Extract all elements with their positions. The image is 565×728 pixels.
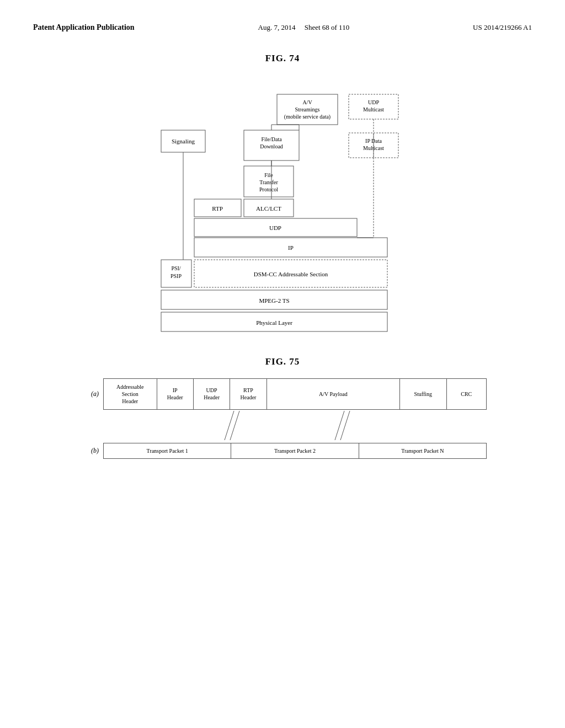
cell-udp-header: UDPHeader	[193, 378, 230, 409]
svg-text:(mobile service data): (mobile service data)	[284, 114, 331, 120]
cell-transport-packet-n: Transport Packet N	[359, 443, 486, 458]
svg-text:IP: IP	[288, 244, 294, 251]
cell-transport-packet-2: Transport Packet 2	[231, 443, 359, 458]
svg-line-46	[230, 411, 239, 440]
svg-text:Physical Layer: Physical Layer	[256, 319, 292, 326]
cell-addressable-section-header: AddressableSectionHeader	[104, 378, 157, 409]
header-center: Aug. 7, 2014 Sheet 68 of 110	[258, 22, 350, 34]
cell-transport-packet-1: Transport Packet 1	[104, 443, 231, 458]
row-a-table: AddressableSectionHeader IPHeader UDPHea…	[103, 378, 487, 410]
row-b-cells: Transport Packet 1 Transport Packet 2 Tr…	[104, 443, 487, 458]
header-left: Patent Application Publication	[33, 22, 135, 33]
slash-lines-svg	[103, 410, 511, 443]
header-right: US 2014/219266 A1	[473, 22, 532, 34]
fig74-container: Physical Layer MPEG-2 TS PSI/ PSIP DSM-C…	[33, 75, 532, 340]
fig75-row-a: (a) AddressableSectionHeader IPHeader UD…	[78, 378, 487, 410]
patent-publication-label: Patent Application Publication	[33, 23, 135, 31]
cell-ip-header: IPHeader	[157, 378, 193, 409]
row-a-cells: AddressableSectionHeader IPHeader UDPHea…	[104, 378, 487, 409]
svg-text:UDP: UDP	[368, 99, 379, 105]
svg-text:UDP: UDP	[269, 224, 281, 231]
fig75-row-b: (b) Transport Packet 1 Transport Packet …	[78, 443, 487, 459]
svg-text:DSM-CC Addressable Section: DSM-CC Addressable Section	[254, 271, 328, 277]
cell-crc: CRC	[446, 378, 486, 409]
svg-text:PSI/: PSI/	[171, 265, 180, 271]
svg-text:Streamings: Streamings	[295, 106, 320, 113]
svg-line-45	[225, 411, 234, 440]
svg-text:File/Data: File/Data	[261, 136, 282, 142]
fig75-wrapper: (a) AddressableSectionHeader IPHeader UD…	[78, 378, 487, 459]
fig74-title: FIG. 74	[33, 53, 532, 64]
svg-text:Transfer: Transfer	[259, 179, 278, 185]
row-b-label: (b)	[78, 447, 103, 455]
fig74-svg: Physical Layer MPEG-2 TS PSI/ PSIP DSM-C…	[128, 75, 437, 340]
cell-stuffing: Stuffing	[400, 378, 446, 409]
fig75-container: (a) AddressableSectionHeader IPHeader UD…	[33, 378, 532, 459]
svg-text:File: File	[264, 172, 273, 178]
svg-line-48	[340, 411, 350, 440]
svg-text:PSIP: PSIP	[170, 273, 182, 279]
page: Patent Application Publication Aug. 7, 2…	[0, 0, 565, 728]
row-a-label: (a)	[78, 390, 103, 398]
row-b-table: Transport Packet 1 Transport Packet 2 Tr…	[103, 443, 487, 459]
svg-text:ALC/LCT: ALC/LCT	[256, 205, 281, 212]
header: Patent Application Publication Aug. 7, 2…	[33, 22, 532, 36]
sheet-number: Sheet 68 of 110	[305, 23, 349, 31]
svg-line-47	[335, 411, 344, 440]
svg-text:MPEG-2 TS: MPEG-2 TS	[259, 297, 289, 304]
publication-date: Aug. 7, 2014	[258, 23, 296, 31]
fig75-title: FIG. 75	[33, 356, 532, 367]
svg-text:Download: Download	[260, 143, 283, 149]
cell-rtp-header: RTPHeader	[230, 378, 266, 409]
svg-text:Protocol: Protocol	[259, 186, 278, 192]
svg-text:Signaling: Signaling	[172, 138, 195, 144]
svg-text:A/V: A/V	[302, 99, 312, 105]
svg-text:RTP: RTP	[212, 205, 223, 212]
svg-text:Multicast: Multicast	[363, 106, 384, 113]
patent-number: US 2014/219266 A1	[473, 23, 532, 31]
fig74-diagram: Physical Layer MPEG-2 TS PSI/ PSIP DSM-C…	[128, 75, 437, 340]
cell-av-payload: A/V Payload	[266, 378, 399, 409]
